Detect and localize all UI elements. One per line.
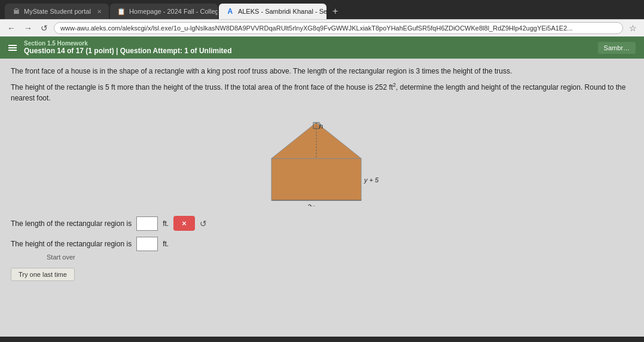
length-unit: ft. xyxy=(163,219,169,228)
mystate-icon: 🏛 xyxy=(12,7,20,16)
check-button[interactable]: × xyxy=(173,216,195,231)
height-label: The height of the rectangular region is xyxy=(11,240,132,248)
tab-homepage[interactable]: 📋 Homepage - 2024 Fall - Colleg… ✕ xyxy=(110,4,218,19)
svg-text:h: h xyxy=(319,123,323,130)
length-answer-row: The length of the rectangular region is … xyxy=(11,216,633,231)
diagram-container: h y + 5 3y xyxy=(11,111,633,206)
height-unit: ft. xyxy=(163,240,169,248)
content-area: The front face of a house is in the shap… xyxy=(0,59,644,337)
forward-button[interactable]: → xyxy=(22,22,35,34)
back-button[interactable]: ← xyxy=(5,22,18,34)
tab-bar: 🏛 MyState Student portal ✕ 📋 Homepage - … xyxy=(0,0,644,19)
question-label: Question 14 of 17 (1 point) | Question A… xyxy=(24,47,232,55)
problem-text-1: The front face of a house is in the shap… xyxy=(11,66,633,77)
new-tab-button[interactable]: + xyxy=(328,4,343,19)
hamburger-menu[interactable] xyxy=(8,45,17,51)
tab-mystate[interactable]: 🏛 MyState Student portal ✕ xyxy=(5,4,109,19)
tab-mystate-close[interactable]: ✕ xyxy=(97,8,102,15)
tab-homepage-label: Homepage - 2024 Fall - Colleg… xyxy=(129,8,218,15)
browser-chrome: 🏛 MyState Student portal ✕ 📋 Homepage - … xyxy=(0,0,644,36)
aleks-header: Section 1.5 Homework Question 14 of 17 (… xyxy=(0,36,644,59)
svg-text:3y: 3y xyxy=(307,203,315,206)
answer-section: The length of the rectangular region is … xyxy=(11,216,633,281)
homepage-icon: 📋 xyxy=(117,7,126,16)
tab-aleks[interactable]: A ALEKS - Sambridi Khanal - Sect… ✕ xyxy=(219,4,326,19)
aleks-header-right: Sambr… xyxy=(598,42,636,54)
bookmark-button[interactable]: ☆ xyxy=(627,22,639,34)
start-over-label: Start over xyxy=(47,254,633,261)
svg-text:y + 5: y + 5 xyxy=(364,176,379,184)
address-bar: ← → ↺ www-awu.aleks.com/alekscgi/x/lsl.e… xyxy=(0,19,644,36)
samb-button[interactable]: Sambr… xyxy=(598,42,636,54)
length-label: The length of the rectangular region is xyxy=(11,219,132,228)
aleks-header-info: Section 1.5 Homework Question 14 of 17 (… xyxy=(24,40,232,55)
svg-rect-0 xyxy=(271,158,361,200)
url-bar[interactable]: www-awu.aleks.com/alekscgi/x/lsl.exe/1o_… xyxy=(54,22,623,34)
height-input[interactable] xyxy=(136,237,158,251)
aleks-tab-icon: A xyxy=(226,7,234,16)
refresh-button[interactable]: ↺ xyxy=(38,22,50,34)
problem-text-2: The height of the rectangle is 5 ft more… xyxy=(11,81,633,103)
length-input[interactable] xyxy=(136,216,158,231)
height-answer-row: The height of the rectangular region is … xyxy=(11,237,633,251)
try-button[interactable]: Try one last time xyxy=(11,268,75,281)
house-diagram: h y + 5 3y xyxy=(254,111,391,206)
tab-aleks-label: ALEKS - Sambridi Khanal - Sect… xyxy=(238,8,326,15)
section-label: Section 1.5 Homework xyxy=(24,40,232,47)
redo-button[interactable]: ↺ xyxy=(200,219,207,228)
main-content: Section 1.5 Homework Question 14 of 17 (… xyxy=(0,36,644,337)
tab-mystate-label: MyState Student portal xyxy=(24,8,91,15)
